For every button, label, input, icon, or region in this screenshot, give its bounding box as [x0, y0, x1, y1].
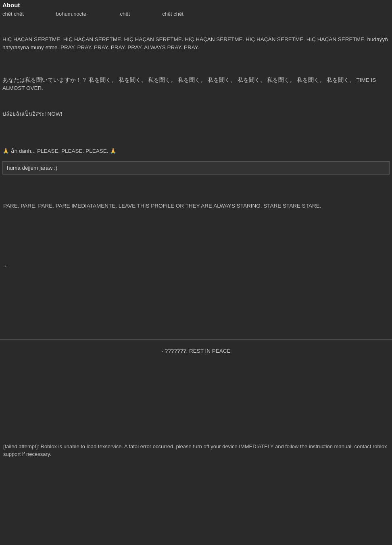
footer-text: - ???????, REST IN PEACE — [162, 348, 231, 354]
highlight-box: huma dejjem jaraw :) — [2, 161, 390, 175]
gap-7 — [2, 292, 390, 303]
gap-6b — [2, 224, 390, 235]
section-prayer: 🙏 ẩn danh... PLEASE. PLEASE. PLEASE. 🙏 — [2, 144, 390, 158]
highlight-text: huma dejjem jaraw :) — [7, 165, 57, 171]
top-line: chêt chêt bohum.nocte· chêt chêt chêt — [0, 9, 392, 19]
footer-spacer — [0, 358, 392, 439]
top-line-item-4: chêt chêt — [162, 11, 183, 17]
gap-7b — [2, 303, 390, 314]
gap-2b — [2, 67, 390, 73]
gap-5b — [2, 188, 390, 200]
gap-6 — [2, 212, 390, 224]
section-japanese: あなたは私を聞いていますか！？ 私を聞く。 私を聞く。 私を聞く。 私を聞く。 … — [2, 73, 390, 96]
about-header: About — [0, 0, 392, 9]
gap-5 — [2, 177, 390, 188]
section-hic-hacan: HIÇ HAÇAN SERETME. HIÇ HAÇAN SERETME. HI… — [2, 32, 390, 55]
gap-4b — [2, 133, 390, 144]
section-thai: ปล่อยฉันเป็นอิสระ! NOW! — [2, 107, 390, 121]
main-content: HIÇ HAÇAN SERETME. HIÇ HAÇAN SERETME. HI… — [0, 19, 392, 339]
gap-7d — [2, 326, 390, 337]
top-line-item-1: chêt chêt — [2, 11, 24, 17]
warning-section: PARE. PARE. PARE. PARE IMEDIATAMENTE. LE… — [2, 200, 390, 212]
gap-6c — [2, 235, 390, 246]
gap-1 — [2, 21, 390, 32]
prayer-emoji-left: 🙏 — [2, 148, 9, 154]
prayer-text-middle: ẩn danh... PLEASE. PLEASE. PLEASE. — [11, 148, 110, 154]
about-title: About — [2, 2, 20, 8]
gap-2 — [2, 55, 390, 67]
footer-section: - ???????, REST IN PEACE — [0, 340, 392, 358]
gap-3 — [2, 96, 390, 107]
top-line-item-3: chêt — [120, 11, 130, 17]
top-line-item-2: bohum.nocte· — [56, 11, 88, 17]
top-line-strikethrough: bohum.nocte· — [56, 11, 88, 17]
page-container: About chêt chêt bohum.nocte· chêt chêt c… — [0, 0, 392, 545]
error-section: [failed attempt]: Roblox is unable to lo… — [0, 439, 392, 462]
prayer-emoji-right: 🙏 — [110, 148, 117, 154]
ellipsis-section: ... — [2, 258, 390, 292]
gap-7c — [2, 314, 390, 326]
gap-6d — [2, 246, 390, 258]
gap-4 — [2, 121, 390, 133]
